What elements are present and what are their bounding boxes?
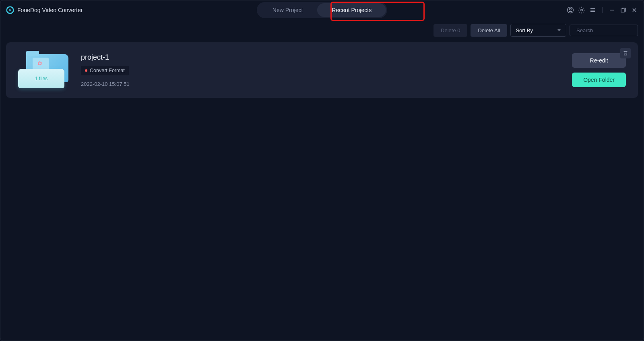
toolbar: Delete 0 Delete All Sort By bbox=[0, 22, 644, 38]
settings-icon[interactable] bbox=[578, 6, 585, 14]
app-logo-icon bbox=[6, 6, 14, 14]
tab-new-project[interactable]: New Project bbox=[258, 3, 317, 17]
project-tag: Convert Format bbox=[81, 66, 129, 75]
chevron-down-icon bbox=[557, 27, 561, 34]
folder-front-icon: 1 files bbox=[18, 69, 64, 88]
content-area: ✿ 1 files project-1 Convert Format 2022-… bbox=[0, 38, 644, 102]
main-tabs: New Project Recent Projects bbox=[257, 2, 387, 18]
maximize-icon[interactable] bbox=[619, 6, 627, 14]
trash-icon bbox=[623, 50, 628, 56]
menu-icon[interactable] bbox=[589, 6, 597, 14]
project-actions: Re-edit Open Folder bbox=[572, 53, 626, 87]
titlebar: FoneDog Video Converter New Project Rece… bbox=[0, 0, 644, 20]
minimize-icon[interactable] bbox=[608, 6, 615, 14]
sort-by-label: Sort By bbox=[516, 27, 533, 33]
tag-dot-icon bbox=[85, 69, 87, 72]
project-date: 2022-02-10 15:07:51 bbox=[81, 81, 130, 87]
project-info: project-1 Convert Format 2022-02-10 15:0… bbox=[81, 53, 130, 87]
media-icon: ✿ bbox=[37, 60, 42, 67]
search-box[interactable] bbox=[570, 25, 638, 36]
delete-all-button[interactable]: Delete All bbox=[471, 24, 507, 37]
sort-by-dropdown[interactable]: Sort By bbox=[510, 24, 566, 37]
app-logo: FoneDog Video Converter bbox=[6, 6, 83, 14]
separator bbox=[602, 7, 603, 13]
delete-project-button[interactable] bbox=[620, 48, 631, 58]
window-controls bbox=[567, 6, 638, 14]
svg-point-3 bbox=[581, 9, 583, 11]
tab-recent-projects[interactable]: Recent Projects bbox=[317, 3, 386, 17]
project-card: ✿ 1 files project-1 Convert Format 2022-… bbox=[6, 42, 638, 98]
folder-file-count: 1 files bbox=[35, 76, 47, 81]
app-title: FoneDog Video Converter bbox=[17, 7, 83, 13]
tag-label: Convert Format bbox=[90, 68, 125, 73]
close-icon[interactable] bbox=[631, 6, 638, 14]
re-edit-button[interactable]: Re-edit bbox=[572, 53, 626, 68]
search-input[interactable] bbox=[576, 27, 644, 33]
svg-point-2 bbox=[570, 8, 572, 10]
delete-selected-button[interactable]: Delete 0 bbox=[433, 24, 467, 37]
project-thumbnail: ✿ 1 files bbox=[18, 52, 70, 88]
account-icon[interactable] bbox=[567, 6, 574, 14]
project-name: project-1 bbox=[81, 53, 130, 62]
open-folder-button[interactable]: Open Folder bbox=[572, 73, 626, 87]
svg-rect-8 bbox=[621, 9, 624, 12]
